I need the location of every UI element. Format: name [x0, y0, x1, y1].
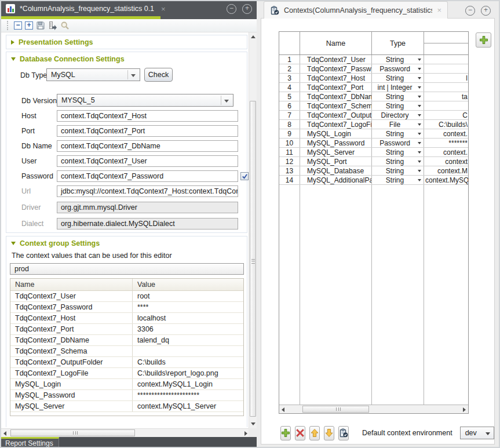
cell-type[interactable]: String [372, 166, 424, 175]
cell-value[interactable] [424, 64, 468, 73]
cell-type[interactable]: File [372, 120, 424, 129]
cell-name[interactable]: TdqContext7_Schema [300, 101, 372, 110]
table-row[interactable]: 2TdqContext7_PasswordPassword [279, 64, 468, 74]
chevron-down-icon[interactable] [418, 142, 421, 144]
table-row[interactable]: 14MySQL_AdditionalParamsStringcontext.My… [279, 176, 468, 185]
select-context-button[interactable] [338, 426, 349, 440]
environment-dropdown[interactable]: dev [460, 427, 494, 439]
cell-type[interactable]: String [372, 129, 424, 138]
run-report-icon[interactable] [48, 21, 57, 30]
add-context-button[interactable] [476, 32, 491, 48]
cell-name[interactable]: TdqContext7_User [300, 55, 372, 64]
table-row[interactable]: TdqContext7_Schema [10, 346, 243, 357]
cell-name[interactable]: TdqContext7_OutputFolder [300, 111, 372, 119]
minimize-icon[interactable]: − [227, 4, 236, 14]
chevron-down-icon[interactable] [418, 133, 421, 135]
column-header-name[interactable]: Name [10, 279, 133, 290]
cell-value[interactable] [424, 101, 468, 110]
column-header-name[interactable]: Name [300, 32, 372, 54]
tab-contexts[interactable]: Contexts(ColumnAnalysis_frequency_statis… [264, 1, 448, 19]
table-row[interactable]: MySQL_Servercontext.MySQL1_Server [10, 401, 243, 412]
close-icon[interactable]: × [437, 6, 441, 14]
cell-type[interactable]: Password [372, 139, 424, 147]
cell-value[interactable]: context.M [424, 166, 468, 175]
maximize-icon[interactable]: + [242, 4, 252, 14]
scroll-left-icon[interactable] [282, 407, 284, 412]
table-row[interactable]: TdqContext7_OutputFolderC:\builds [10, 357, 243, 368]
cell-name[interactable]: TdqContext7_LogoFile [300, 120, 372, 129]
cell-value[interactable]: context.MySQ [424, 176, 468, 184]
chevron-down-icon[interactable] [418, 68, 421, 70]
cell-name[interactable]: MySQL_Password [300, 139, 372, 147]
move-down-button[interactable] [324, 426, 334, 440]
table-row[interactable]: 6TdqContext7_SchemaString [279, 101, 468, 111]
scroll-left-icon[interactable] [3, 431, 6, 436]
section-header-presentation[interactable]: Presentation Settings [6, 35, 247, 49]
table-row[interactable]: TdqContext7_Port3306 [10, 324, 243, 335]
scroll-up-icon[interactable] [251, 35, 256, 38]
cell-name[interactable]: MySQL_Database [300, 166, 372, 175]
scroll-right-icon[interactable] [463, 407, 466, 412]
table-row[interactable]: TdqContext7_DbNametalend_dq [10, 335, 243, 346]
chevron-down-icon[interactable] [418, 170, 421, 172]
context-group-name-field[interactable]: prod [10, 263, 244, 275]
cell-type[interactable]: String [372, 92, 424, 101]
cell-value[interactable] [424, 55, 468, 64]
cell-value[interactable]: ******* [424, 139, 468, 147]
cell-name[interactable]: TdqContext7_Port [300, 83, 372, 92]
scroll-right-icon[interactable] [244, 431, 247, 436]
chevron-down-icon[interactable] [418, 96, 421, 98]
cell-type[interactable]: String [372, 157, 424, 166]
cell-name[interactable]: TdqContext7_Host [300, 74, 372, 82]
cell-value[interactable]: C [424, 111, 468, 119]
column-header-value[interactable]: Value [133, 279, 243, 290]
cell-value[interactable]: context. [424, 129, 468, 138]
cell-type[interactable]: String [372, 74, 424, 82]
db-version-combo[interactable]: MYSQL_5 [57, 94, 233, 107]
cell-type[interactable]: String [372, 55, 424, 64]
cell-type[interactable]: String [372, 148, 424, 156]
table-row[interactable]: 11MySQL_ServerStringcontext. [279, 148, 468, 157]
close-icon[interactable]: × [161, 5, 166, 13]
chevron-down-icon[interactable] [418, 59, 421, 61]
remove-variable-button[interactable] [295, 426, 305, 440]
table-row[interactable]: 4TdqContext7_Portint | Integer [279, 83, 468, 92]
cell-type[interactable]: String [372, 101, 424, 110]
minimize-icon[interactable]: − [465, 6, 475, 16]
table-horizontal-scrollbar[interactable] [279, 405, 468, 413]
cell-name[interactable]: MySQL_AdditionalParams [300, 176, 372, 184]
table-row[interactable]: 12MySQL_PortStringcontext [279, 157, 468, 166]
chevron-down-icon[interactable] [418, 123, 421, 126]
scrollbar-thumb[interactable] [302, 406, 369, 413]
save-icon[interactable] [36, 21, 45, 30]
toolbar-drag-handle[interactable] [7, 21, 9, 30]
table-row[interactable]: 7TdqContext7_OutputFolderDirectoryC [279, 111, 468, 120]
table-row[interactable]: 3TdqContext7_HostStringl [279, 74, 468, 83]
section-header-database-connection[interactable]: Database Connection Settings [6, 52, 247, 66]
url-input[interactable]: jdbc:mysql://context.TdqContext7_Host:co… [57, 185, 238, 197]
horizontal-scrollbar[interactable] [1, 428, 250, 437]
table-row[interactable]: MySQL_Logincontext.MySQL1_Login [10, 379, 243, 390]
cell-name[interactable]: TdqContext7_Password [300, 64, 372, 73]
column-header-type[interactable]: Type [372, 32, 424, 54]
move-up-button[interactable] [309, 426, 320, 440]
cell-value[interactable] [424, 83, 468, 92]
table-row[interactable]: MySQL_Password********************** [10, 390, 243, 401]
user-input[interactable]: context.TdqContext7_User [57, 155, 238, 167]
chevron-down-icon[interactable] [418, 114, 421, 116]
cell-name[interactable]: MySQL_Login [300, 129, 372, 138]
table-row[interactable]: TdqContext7_LogoFileC:\builds\report_log… [10, 368, 243, 379]
chevron-down-icon[interactable] [418, 161, 421, 163]
collapse-all-icon[interactable]: − [14, 21, 22, 30]
table-row[interactable]: 5TdqContext7_DbNameStringta [279, 92, 468, 101]
cell-value[interactable]: ta [424, 92, 468, 101]
magnifier-icon[interactable] [60, 21, 70, 30]
chevron-down-icon[interactable] [418, 151, 421, 154]
vertical-scrollbar[interactable] [249, 32, 257, 428]
maximize-icon[interactable]: + [481, 6, 491, 16]
cell-type[interactable]: Directory [372, 111, 424, 119]
host-input[interactable]: context.TdqContext7_Host [57, 110, 238, 122]
db-name-input[interactable]: context.TdqContext7_DbName [57, 140, 238, 152]
port-input[interactable]: context.TdqContext7_Port [57, 125, 238, 137]
section-header-context-group[interactable]: Context group Settings [6, 236, 247, 250]
